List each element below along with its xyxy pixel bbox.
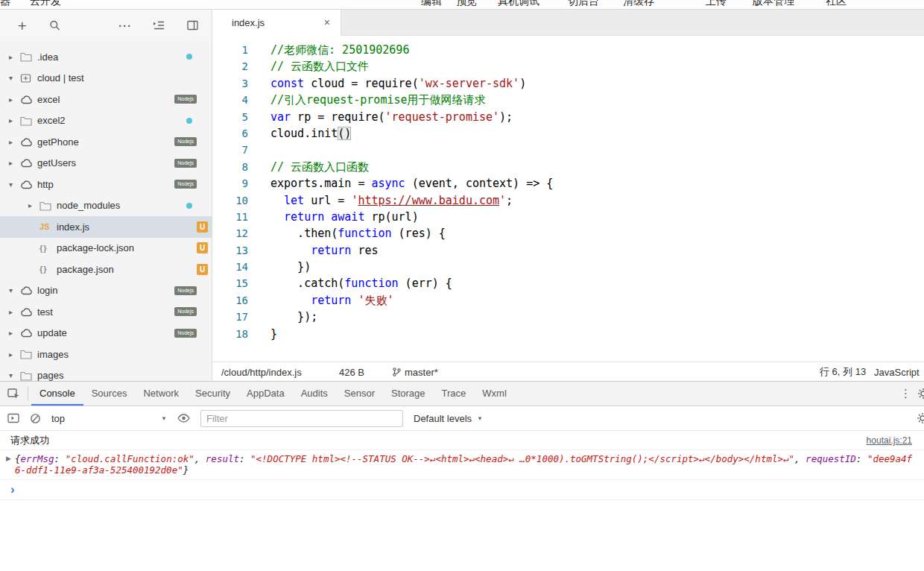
inspect-element-icon[interactable] [7, 388, 20, 400]
cursor-position[interactable]: 行 6, 列 13 [820, 365, 866, 379]
split-editor-icon[interactable] [187, 20, 198, 31]
search-icon[interactable] [49, 20, 60, 31]
tree-item-index-js[interactable]: JSindex.jsU [0, 216, 212, 238]
language-mode[interactable]: JavaScript [874, 366, 920, 377]
devtools-tab-sensor[interactable]: Sensor [336, 382, 383, 406]
console-object-preview[interactable]: {errMsg: "cloud.callFunction:ok", result… [15, 453, 914, 476]
chevron-right-icon[interactable]: ▸ [28, 201, 39, 209]
devtools-tab-appdata[interactable]: AppData [238, 382, 293, 406]
tree-item-login[interactable]: ▾loginNodejs [0, 280, 212, 302]
code-line[interactable]: 17 }); [212, 309, 924, 325]
collapse-all-icon[interactable] [153, 20, 165, 31]
menubar-item[interactable]: 预览 [456, 0, 477, 8]
more-vertical-icon[interactable]: ⋮ [894, 387, 917, 400]
devtools-tab-trace[interactable]: Trace [434, 382, 475, 406]
line-number: 11 [212, 209, 259, 225]
menubar-item[interactable]: 清缓存 [623, 0, 654, 8]
console-input[interactable] [15, 485, 914, 495]
code-line[interactable]: 12 .then(function (res) { [212, 225, 924, 242]
expand-triangle-icon[interactable]: ▶ [6, 455, 11, 476]
menubar-item[interactable]: 切后台 [568, 0, 599, 8]
code-line[interactable]: 8// 云函数入口函数 [212, 159, 924, 175]
devtools-tab-console[interactable]: Console [31, 382, 83, 406]
tree-item-label: pages [37, 370, 63, 381]
code-line[interactable]: 18} [212, 326, 924, 342]
devtools-tab-network[interactable]: Network [135, 382, 187, 406]
chevron-down-icon[interactable]: ▾ [9, 371, 20, 379]
tree-item-test[interactable]: ▸testNodejs [0, 301, 212, 323]
code-line[interactable]: 6cloud.init() [212, 125, 924, 142]
menubar-item[interactable]: 版本管理 [753, 0, 794, 8]
tree-item-label: getUsers [37, 157, 76, 168]
chevron-right-icon[interactable]: ▸ [9, 159, 20, 167]
chevron-right-icon[interactable]: ▸ [9, 308, 20, 316]
devtools-tab-security[interactable]: Security [187, 382, 238, 406]
chevron-right-icon[interactable]: ▸ [9, 95, 20, 104]
chevron-right-icon[interactable]: ▸ [9, 329, 20, 337]
menubar-item[interactable]: 上传 [706, 0, 727, 8]
code-line[interactable]: 1//老师微信: 2501902696 [212, 42, 924, 58]
tree-item-http[interactable]: ▾httpNodejs [0, 174, 212, 195]
tree-item-node-modules[interactable]: ▸node_modules [0, 195, 212, 217]
code-line[interactable]: 15 .catch(function (err) { [212, 275, 924, 291]
code-line[interactable]: 11 return await rp(url) [212, 209, 924, 225]
live-expression-eye-icon[interactable] [177, 414, 190, 423]
devtools-settings-icon[interactable] [917, 388, 924, 400]
filter-input[interactable] [200, 410, 403, 427]
devtools-tab-wxml[interactable]: Wxml [474, 382, 515, 406]
line-number: 8 [212, 159, 259, 175]
console-settings-icon[interactable] [917, 412, 924, 427]
close-icon[interactable]: × [324, 16, 330, 28]
more-actions-icon[interactable]: ··· [118, 19, 132, 32]
chevron-right-icon[interactable]: ▸ [9, 138, 20, 146]
tree-item-excel2[interactable]: ▸excel2 [0, 110, 212, 132]
tree-item-package-lock-json[interactable]: { }package-lock.jsonU [0, 238, 212, 259]
chevron-right-icon[interactable]: ▸ [9, 53, 20, 61]
menubar-item[interactable]: 社区 [826, 0, 847, 8]
tree-item-getusers[interactable]: ▸getUsersNodejs [0, 153, 212, 174]
code-line[interactable]: 14 }) [212, 259, 924, 275]
tree-item-update[interactable]: ▸updateNodejs [0, 323, 212, 344]
tree-item-excel[interactable]: ▸excelNodejs [0, 89, 212, 110]
clear-console-icon[interactable] [30, 413, 41, 424]
menubar-item[interactable]: 器 [0, 0, 10, 8]
menubar-item[interactable]: 编辑 [421, 0, 442, 8]
code-line[interactable]: 16 return '失败' [212, 292, 924, 309]
menubar-item[interactable]: 云开发 [30, 0, 61, 8]
explorer-sidebar: ＋ ··· ▸.idea▾cloud | test▸excelNodejs▸ex… [0, 10, 212, 381]
add-file-icon[interactable]: ＋ [15, 16, 29, 35]
console-message-row: 请求成功 houtai.js:21 [0, 431, 924, 450]
devtools-tab-storage[interactable]: Storage [383, 382, 434, 406]
tree-item-images[interactable]: ▸images [0, 344, 212, 365]
tree-item-getphone[interactable]: ▸getPhoneNodejs [0, 131, 212, 153]
tree-item-idea[interactable]: ▸.idea [0, 46, 212, 68]
chevron-down-icon[interactable]: ▾ [9, 286, 20, 294]
devtools-tab-audits[interactable]: Audits [293, 382, 336, 406]
tab-index-js[interactable]: index.js × [212, 10, 341, 36]
code-line[interactable]: 2// 云函数入口文件 [212, 58, 924, 75]
git-branch[interactable]: master* [393, 366, 438, 377]
folder-status-dot [186, 118, 192, 124]
tree-item-pages[interactable]: ▾pages [0, 365, 212, 382]
code-area[interactable]: 1//老师微信: 25019026962// 云函数入口文件3const clo… [212, 36, 924, 362]
code-line[interactable]: 7 [212, 142, 924, 158]
chevron-down-icon[interactable]: ▾ [9, 180, 20, 189]
code-line[interactable]: 4//引入request-promise用于做网络请求 [212, 92, 924, 108]
menubar-item[interactable]: 真机调试 [498, 0, 539, 8]
source-link[interactable]: houtai.js:21 [867, 435, 912, 446]
log-level-value: Default levels [414, 413, 472, 424]
code-line[interactable]: 9exports.main = async (event, context) =… [212, 175, 924, 192]
code-line[interactable]: 3const cloud = require('wx-server-sdk') [212, 75, 924, 92]
devtools-tab-sources[interactable]: Sources [83, 382, 136, 406]
code-line[interactable]: 10 let url = 'https://www.baidu.com'; [212, 192, 924, 209]
code-line[interactable]: 5var rp = require('request-promise'); [212, 109, 924, 125]
chevron-right-icon[interactable]: ▸ [9, 116, 20, 124]
tree-item-cloud-test[interactable]: ▾cloud | test [0, 68, 212, 89]
chevron-down-icon[interactable]: ▾ [9, 74, 20, 82]
console-sidebar-icon[interactable] [7, 413, 19, 423]
code-line[interactable]: 13 return res [212, 242, 924, 259]
tree-item-package-json[interactable]: { }package.jsonU [0, 259, 212, 280]
context-selector[interactable]: top ▼ [51, 413, 167, 424]
log-level-selector[interactable]: Default levels ▼ [414, 413, 483, 424]
chevron-right-icon[interactable]: ▸ [9, 350, 20, 359]
